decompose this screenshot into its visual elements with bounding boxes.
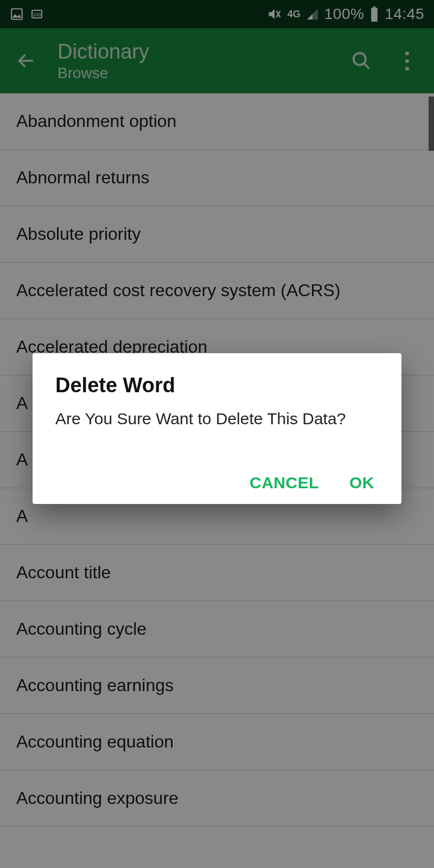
- screen: 100 4G 100% 14:45 Dictionary Browse: [0, 0, 434, 868]
- dialog-actions: CANCEL OK: [55, 474, 379, 492]
- dialog-title: Delete Word: [55, 374, 379, 397]
- cancel-button[interactable]: CANCEL: [250, 474, 319, 492]
- dialog-overlay[interactable]: Delete Word Are You Sure Want to Delete …: [0, 0, 434, 868]
- delete-word-dialog: Delete Word Are You Sure Want to Delete …: [33, 353, 401, 504]
- ok-button[interactable]: OK: [349, 474, 374, 492]
- dialog-message: Are You Sure Want to Delete This Data?: [55, 408, 379, 430]
